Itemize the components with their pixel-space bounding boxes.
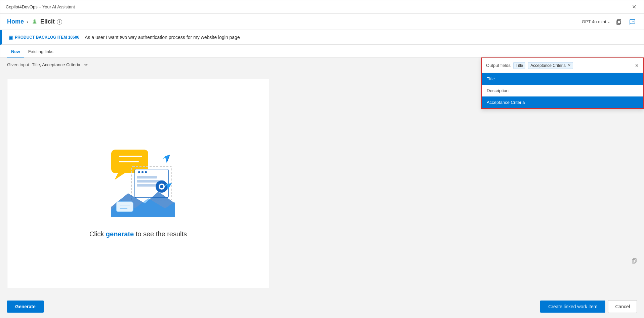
breadcrumb-current: Elicit i: [31, 18, 62, 26]
svg-point-1: [33, 20, 34, 21]
svg-point-18: [145, 171, 147, 173]
main-content: Given input Title, Acceptance Criteria ✏…: [0, 57, 644, 295]
generate-link: generate: [106, 230, 134, 238]
dropdown-item-title[interactable]: Title: [482, 73, 643, 85]
given-input-value: Title, Acceptance Criteria: [32, 62, 80, 67]
tag-acceptance-criteria: Acceptance Criteria ✕: [528, 62, 573, 69]
output-fields-search-input[interactable]: [576, 63, 632, 68]
title-bar-left: Copilot4DevOps – Your AI Assistant: [6, 4, 75, 9]
breadcrumb-home[interactable]: Home: [7, 18, 24, 25]
svg-point-2: [35, 20, 36, 21]
tab-new[interactable]: New: [7, 46, 24, 57]
output-fields-dropdown-list: Title Description Acceptance Criteria: [482, 73, 643, 108]
dropdown-item-acceptance-criteria[interactable]: Acceptance Criteria: [482, 96, 643, 108]
svg-marker-26: [165, 155, 170, 163]
close-button[interactable]: ✕: [630, 3, 638, 11]
tab-existing-links[interactable]: Existing links: [24, 46, 57, 57]
svg-point-8: [633, 21, 634, 22]
copy-icon-bottom-right[interactable]: [632, 258, 637, 265]
tabs-bar: New Existing links: [0, 45, 644, 57]
info-icon[interactable]: i: [57, 19, 62, 25]
breadcrumb-bar: Home › Elicit i: [0, 14, 644, 30]
tag-acceptance-criteria-close[interactable]: ✕: [568, 63, 571, 68]
svg-rect-35: [632, 260, 635, 263]
work-item-link[interactable]: ▣ PRODUCT BACKLOG ITEM 10606: [8, 35, 79, 40]
output-fields-area: Output fields Title Acceptance Criteria …: [481, 57, 644, 109]
svg-rect-32: [116, 202, 133, 212]
doc-icon: ▣: [8, 35, 13, 40]
click-generate-text: Click generate to see the results: [89, 230, 187, 238]
tag-title: Title: [513, 62, 525, 69]
work-item-bar: ▣ PRODUCT BACKLOG ITEM 10606 As a user I…: [0, 30, 644, 45]
given-input-edit-icon[interactable]: ✏: [84, 63, 88, 67]
title-bar: Copilot4DevOps – Your AI Assistant ✕: [0, 0, 644, 14]
svg-rect-36: [633, 259, 636, 262]
app-window: Copilot4DevOps – Your AI Assistant ✕ Hom…: [0, 0, 644, 318]
app-title: Copilot4DevOps – Your AI Assistant: [6, 4, 75, 9]
model-selector[interactable]: GPT 4o mini ⌄: [582, 19, 610, 24]
create-linked-work-item-button[interactable]: Create linked work item: [540, 301, 605, 313]
svg-rect-5: [36, 23, 37, 23]
svg-rect-4: [32, 23, 33, 23]
breadcrumb-elicit-label: Elicit: [40, 18, 55, 25]
footer-right: Create linked work item Cancel: [540, 300, 637, 313]
close-dropdown-icon[interactable]: ✕: [635, 63, 639, 68]
svg-rect-3: [33, 22, 36, 24]
output-fields-dropdown: Output fields Title Acceptance Criteria …: [481, 57, 644, 109]
right-panel: [276, 79, 637, 288]
dropdown-item-description[interactable]: Description: [482, 85, 643, 96]
svg-point-16: [138, 171, 140, 173]
svg-point-24: [160, 185, 163, 188]
svg-point-0: [33, 19, 36, 22]
illustration: [91, 129, 185, 224]
breadcrumb-separator: ›: [27, 19, 28, 25]
work-item-title: As a user I want two way authentication …: [85, 35, 240, 40]
elicit-icon: [31, 18, 38, 26]
cancel-button[interactable]: Cancel: [608, 300, 637, 313]
breadcrumb: Home › Elicit i: [7, 18, 62, 26]
output-fields-header: Output fields Title Acceptance Criteria …: [482, 58, 643, 73]
chat-icon[interactable]: [628, 17, 637, 27]
output-fields-label: Output fields: [486, 63, 511, 68]
model-label: GPT 4o mini: [582, 19, 606, 24]
copy-page-icon[interactable]: [614, 17, 623, 27]
generate-button[interactable]: Generate: [7, 301, 44, 313]
svg-point-17: [142, 171, 144, 173]
svg-marker-13: [115, 173, 125, 180]
top-right-controls: GPT 4o mini ⌄: [582, 17, 637, 27]
chevron-down-icon: ⌄: [607, 20, 610, 24]
footer: Generate Create linked work item Cancel: [0, 295, 644, 318]
given-input-label: Given input: [7, 62, 29, 67]
svg-point-9: [632, 21, 633, 22]
svg-rect-19: [137, 176, 157, 178]
left-panel: Click generate to see the results: [7, 79, 269, 288]
